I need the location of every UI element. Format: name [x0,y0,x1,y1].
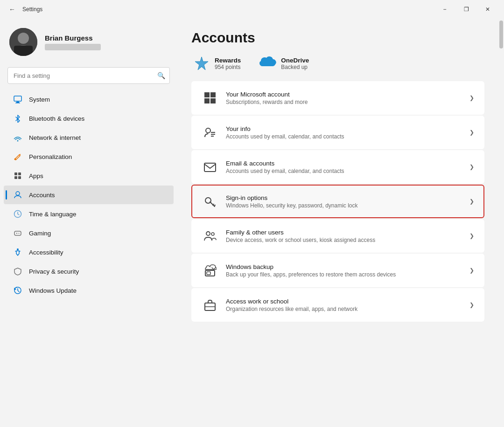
chevron-right-icon: ❯ [469,302,474,308]
svg-rect-15 [14,231,21,235]
sidebar-item-label-time: Time & language [29,211,77,218]
sidebar-item-label-privacy: Privacy & security [29,268,79,275]
work-school-subtitle: Organization resources like email, apps,… [226,306,469,312]
svg-rect-35 [207,272,210,275]
sidebar-item-accounts[interactable]: Accounts [4,186,174,204]
main-content: Accounts Rewards 954 points [177,19,498,427]
svg-rect-5 [16,102,19,103]
svg-rect-25 [210,98,216,103]
settings-card-microsoft-account[interactable]: Your Microsoft account Subscriptions, re… [191,81,484,115]
key-icon [202,193,218,210]
gaming-icon [13,228,22,238]
email-subtitle: Accounts used by email, calendar, and co… [226,168,469,174]
settings-card-work-school[interactable]: Access work or school Organization resou… [191,288,484,322]
settings-list: Your Microsoft account Subscriptions, re… [191,81,484,322]
settings-card-backup[interactable]: Windows backup Back up your files, apps,… [191,254,484,287]
backup-subtitle: Back up your files, apps, preferences to… [226,271,469,278]
update-icon [13,286,22,295]
chevron-right-icon: ❯ [469,233,474,239]
sidebar-item-network[interactable]: Network & internet [4,128,174,147]
svg-point-1 [18,33,29,44]
onedrive-icon [259,55,276,72]
your-info-subtitle: Accounts used by email, calendar, and co… [226,133,469,140]
family-title: Family & other users [226,229,469,236]
sidebar-item-label-update: Windows Update [29,287,77,294]
sidebar-item-accessibility[interactable]: Accessibility [4,243,174,262]
sidebar-item-apps[interactable]: Apps [4,166,174,185]
svg-rect-4 [14,96,21,101]
sign-in-text: Sign-in options Windows Hello, security … [226,194,469,209]
sidebar-item-privacy[interactable]: Privacy & security [4,262,174,281]
user-name: Brian Burgess [45,34,101,42]
accessibility-icon [13,248,22,257]
sidebar-item-personalization[interactable]: Personalization [4,147,174,166]
work-school-text: Access work or school Organization resou… [226,298,469,312]
svg-rect-24 [204,98,210,103]
info-strip: Rewards 954 points OneDrive Backed up [191,55,484,72]
scrollbar-thumb[interactable] [499,21,503,48]
rewards-title: Rewards [215,57,241,64]
onedrive-subtitle: Backed up [281,64,309,70]
svg-marker-21 [195,57,208,70]
sidebar-item-label-gaming: Gaming [29,230,51,237]
settings-card-your-info[interactable]: Your info Accounts used by email, calend… [191,116,484,149]
svg-rect-12 [18,176,21,179]
rewards-icon [193,55,210,72]
settings-card-email[interactable]: Email & accounts Accounts used by email,… [191,150,484,184]
svg-rect-3 [14,46,33,56]
chevron-right-icon: ❯ [469,198,474,205]
work-school-title: Access work or school [226,298,469,305]
svg-point-7 [17,140,19,142]
email-icon [202,158,218,175]
window-controls: − ❐ ✕ [434,2,498,17]
titlebar: ← Settings − ❐ ✕ [0,0,504,19]
maximize-button[interactable]: ❐ [455,2,477,17]
svg-rect-10 [18,172,21,175]
minimize-button[interactable]: − [434,2,455,17]
rewards-subtitle: 954 points [215,64,241,70]
search-input[interactable] [7,67,170,84]
sidebar-item-label-system: System [29,96,50,103]
shield-icon [13,267,22,276]
sidebar-item-label-apps: Apps [29,172,43,179]
settings-card-family[interactable]: Family & other users Device access, work… [191,219,484,253]
chevron-right-icon: ❯ [469,267,474,274]
scrollbar-track[interactable] [498,19,504,427]
backup-title: Windows backup [226,263,469,270]
user-info: Brian Burgess [45,34,101,50]
app-title: Settings [22,6,42,13]
chevron-right-icon: ❯ [469,95,474,101]
svg-rect-22 [204,92,210,97]
sign-in-subtitle: Windows Hello, security key, password, d… [226,202,469,209]
sidebar-item-system[interactable]: System [4,90,174,109]
windows-icon [202,90,218,106]
svg-point-26 [206,128,210,133]
sidebar-nav: System Bluetooth & devices Network & int… [0,90,177,300]
apps-icon [13,171,22,180]
monitor-icon [13,95,22,104]
sidebar-item-time[interactable]: Time & language [4,205,174,223]
chevron-right-icon: ❯ [469,129,474,136]
paint-icon [13,152,22,161]
sidebar-item-bluetooth[interactable]: Bluetooth & devices [4,109,174,128]
close-button[interactable]: ✕ [477,2,498,17]
briefcase-icon [202,296,218,313]
user-profile: Brian Burgess [0,19,177,65]
user-email-blurred [45,44,101,50]
sidebar-item-gaming[interactable]: Gaming [4,224,174,242]
search-box: 🔍 [7,67,170,84]
svg-rect-30 [204,163,216,172]
back-button[interactable]: ← [6,3,19,16]
content-wrapper: Accounts Rewards 954 points [177,19,504,427]
svg-rect-11 [14,176,17,179]
sidebar-item-update[interactable]: Windows Update [4,281,174,300]
svg-rect-23 [210,92,216,97]
person-icon [13,190,22,200]
avatar [9,28,37,56]
sidebar-item-label-personalization: Personalization [29,153,72,160]
svg-point-13 [16,192,20,195]
svg-rect-9 [14,172,17,175]
settings-card-sign-in[interactable]: Sign-in options Windows Hello, security … [191,185,484,218]
backup-icon [202,262,218,279]
sidebar-item-label-network: Network & internet [29,134,81,141]
